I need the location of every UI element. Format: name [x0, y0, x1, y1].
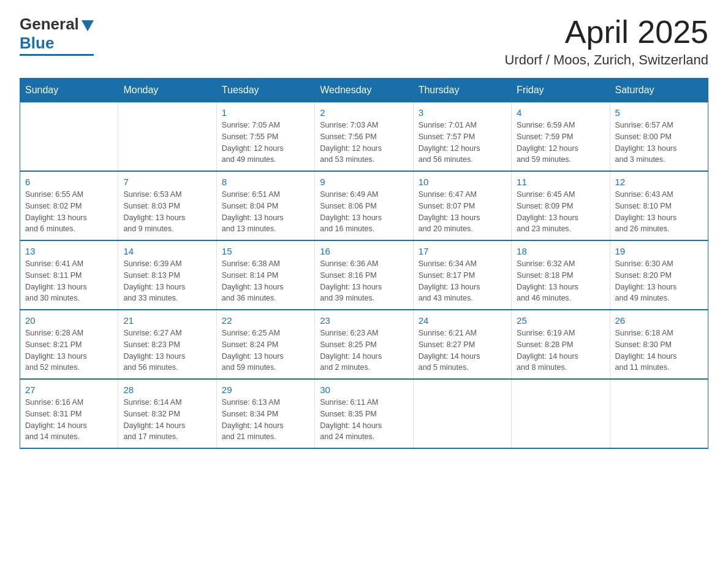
column-header-wednesday: Wednesday	[315, 79, 413, 102]
page-subtitle: Urdorf / Moos, Zurich, Switzerland	[504, 52, 708, 68]
day-number: 9	[320, 177, 408, 187]
calendar-cell: 28Sunrise: 6:14 AM Sunset: 8:32 PM Dayli…	[118, 379, 216, 448]
calendar-week-row: 20Sunrise: 6:28 AM Sunset: 8:21 PM Dayli…	[20, 310, 708, 379]
calendar-cell: 10Sunrise: 6:47 AM Sunset: 8:07 PM Dayli…	[413, 171, 511, 240]
day-number: 23	[320, 315, 408, 326]
calendar-cell: 13Sunrise: 6:41 AM Sunset: 8:11 PM Dayli…	[20, 240, 118, 310]
day-number: 24	[419, 315, 506, 326]
day-info: Sunrise: 6:14 AM Sunset: 8:32 PM Dayligh…	[123, 397, 211, 443]
calendar-cell: 11Sunrise: 6:45 AM Sunset: 8:09 PM Dayli…	[512, 171, 610, 240]
day-number: 12	[615, 177, 703, 187]
day-info: Sunrise: 6:41 AM Sunset: 8:11 PM Dayligh…	[25, 258, 113, 304]
day-info: Sunrise: 7:03 AM Sunset: 7:56 PM Dayligh…	[320, 120, 408, 166]
day-number: 18	[517, 246, 604, 256]
column-header-thursday: Thursday	[413, 79, 511, 102]
calendar-cell	[512, 379, 610, 448]
day-number: 17	[419, 246, 506, 256]
calendar-cell: 1Sunrise: 7:05 AM Sunset: 7:55 PM Daylig…	[216, 102, 314, 172]
day-number: 6	[25, 177, 113, 187]
day-info: Sunrise: 6:57 AM Sunset: 8:00 PM Dayligh…	[615, 120, 703, 166]
logo-triangle-icon	[82, 20, 94, 31]
calendar-cell: 20Sunrise: 6:28 AM Sunset: 8:21 PM Dayli…	[20, 310, 118, 379]
day-info: Sunrise: 6:47 AM Sunset: 8:07 PM Dayligh…	[419, 189, 506, 235]
calendar-cell	[118, 102, 216, 172]
day-number: 28	[123, 385, 211, 395]
page-header: General Blue April 2025 Urdorf / Moos, Z…	[20, 15, 708, 68]
calendar-cell: 8Sunrise: 6:51 AM Sunset: 8:04 PM Daylig…	[216, 171, 314, 240]
day-number: 13	[25, 246, 113, 256]
calendar-week-row: 6Sunrise: 6:55 AM Sunset: 8:02 PM Daylig…	[20, 171, 708, 240]
calendar-cell	[413, 379, 511, 448]
calendar-cell: 14Sunrise: 6:39 AM Sunset: 8:13 PM Dayli…	[118, 240, 216, 310]
day-info: Sunrise: 6:28 AM Sunset: 8:21 PM Dayligh…	[25, 327, 113, 373]
page-title: April 2025	[504, 15, 708, 50]
day-info: Sunrise: 6:21 AM Sunset: 8:27 PM Dayligh…	[419, 327, 506, 373]
day-number: 26	[615, 315, 703, 326]
day-number: 2	[320, 107, 408, 118]
day-number: 25	[517, 315, 604, 326]
calendar-cell: 27Sunrise: 6:16 AM Sunset: 8:31 PM Dayli…	[20, 379, 118, 448]
calendar-cell: 29Sunrise: 6:13 AM Sunset: 8:34 PM Dayli…	[216, 379, 314, 448]
day-info: Sunrise: 6:43 AM Sunset: 8:10 PM Dayligh…	[615, 189, 703, 235]
logo-general-text: General	[20, 15, 79, 34]
day-info: Sunrise: 6:39 AM Sunset: 8:13 PM Dayligh…	[123, 258, 211, 304]
calendar-cell: 9Sunrise: 6:49 AM Sunset: 8:06 PM Daylig…	[315, 171, 413, 240]
day-info: Sunrise: 6:34 AM Sunset: 8:17 PM Dayligh…	[419, 258, 506, 304]
calendar-cell: 2Sunrise: 7:03 AM Sunset: 7:56 PM Daylig…	[315, 102, 413, 172]
column-header-tuesday: Tuesday	[216, 79, 314, 102]
calendar-cell: 22Sunrise: 6:25 AM Sunset: 8:24 PM Dayli…	[216, 310, 314, 379]
calendar-cell	[610, 379, 708, 448]
day-info: Sunrise: 6:30 AM Sunset: 8:20 PM Dayligh…	[615, 258, 703, 304]
day-info: Sunrise: 7:05 AM Sunset: 7:55 PM Dayligh…	[222, 120, 309, 166]
column-header-monday: Monday	[118, 79, 216, 102]
day-number: 21	[123, 315, 211, 326]
day-number: 4	[517, 107, 604, 118]
day-number: 15	[222, 246, 309, 256]
day-info: Sunrise: 6:25 AM Sunset: 8:24 PM Dayligh…	[222, 327, 309, 373]
day-info: Sunrise: 6:13 AM Sunset: 8:34 PM Dayligh…	[222, 397, 309, 443]
day-number: 29	[222, 385, 309, 395]
title-block: April 2025 Urdorf / Moos, Zurich, Switze…	[504, 15, 708, 68]
day-number: 8	[222, 177, 309, 187]
day-info: Sunrise: 7:01 AM Sunset: 7:57 PM Dayligh…	[419, 120, 506, 166]
day-info: Sunrise: 6:11 AM Sunset: 8:35 PM Dayligh…	[320, 397, 408, 443]
calendar-cell: 4Sunrise: 6:59 AM Sunset: 7:59 PM Daylig…	[512, 102, 610, 172]
calendar-cell: 19Sunrise: 6:30 AM Sunset: 8:20 PM Dayli…	[610, 240, 708, 310]
calendar-cell: 12Sunrise: 6:43 AM Sunset: 8:10 PM Dayli…	[610, 171, 708, 240]
calendar-cell: 15Sunrise: 6:38 AM Sunset: 8:14 PM Dayli…	[216, 240, 314, 310]
calendar-cell: 26Sunrise: 6:18 AM Sunset: 8:30 PM Dayli…	[610, 310, 708, 379]
calendar-cell: 7Sunrise: 6:53 AM Sunset: 8:03 PM Daylig…	[118, 171, 216, 240]
day-info: Sunrise: 6:49 AM Sunset: 8:06 PM Dayligh…	[320, 189, 408, 235]
day-info: Sunrise: 6:36 AM Sunset: 8:16 PM Dayligh…	[320, 258, 408, 304]
day-number: 1	[222, 107, 309, 118]
logo: General Blue	[20, 15, 94, 56]
day-number: 20	[25, 315, 113, 326]
day-number: 27	[25, 385, 113, 395]
day-info: Sunrise: 6:23 AM Sunset: 8:25 PM Dayligh…	[320, 327, 408, 373]
day-number: 11	[517, 177, 604, 187]
calendar-cell: 23Sunrise: 6:23 AM Sunset: 8:25 PM Dayli…	[315, 310, 413, 379]
column-header-friday: Friday	[512, 79, 610, 102]
day-info: Sunrise: 6:53 AM Sunset: 8:03 PM Dayligh…	[123, 189, 211, 235]
day-info: Sunrise: 6:38 AM Sunset: 8:14 PM Dayligh…	[222, 258, 309, 304]
day-info: Sunrise: 6:59 AM Sunset: 7:59 PM Dayligh…	[517, 120, 604, 166]
calendar-cell: 3Sunrise: 7:01 AM Sunset: 7:57 PM Daylig…	[413, 102, 511, 172]
day-number: 5	[615, 107, 703, 118]
calendar-cell: 21Sunrise: 6:27 AM Sunset: 8:23 PM Dayli…	[118, 310, 216, 379]
calendar-cell: 30Sunrise: 6:11 AM Sunset: 8:35 PM Dayli…	[315, 379, 413, 448]
day-info: Sunrise: 6:51 AM Sunset: 8:04 PM Dayligh…	[222, 189, 309, 235]
calendar-cell: 17Sunrise: 6:34 AM Sunset: 8:17 PM Dayli…	[413, 240, 511, 310]
calendar-week-row: 1Sunrise: 7:05 AM Sunset: 7:55 PM Daylig…	[20, 102, 708, 172]
day-number: 30	[320, 385, 408, 395]
calendar-cell: 5Sunrise: 6:57 AM Sunset: 8:00 PM Daylig…	[610, 102, 708, 172]
day-info: Sunrise: 6:18 AM Sunset: 8:30 PM Dayligh…	[615, 327, 703, 373]
calendar-table: SundayMondayTuesdayWednesdayThursdayFrid…	[20, 78, 708, 449]
logo-underline	[20, 54, 94, 56]
day-number: 10	[419, 177, 506, 187]
day-info: Sunrise: 6:55 AM Sunset: 8:02 PM Dayligh…	[25, 189, 113, 235]
calendar-week-row: 27Sunrise: 6:16 AM Sunset: 8:31 PM Dayli…	[20, 379, 708, 448]
calendar-cell: 18Sunrise: 6:32 AM Sunset: 8:18 PM Dayli…	[512, 240, 610, 310]
day-number: 3	[419, 107, 506, 118]
logo-blue-text: Blue	[20, 34, 54, 53]
day-number: 14	[123, 246, 211, 256]
